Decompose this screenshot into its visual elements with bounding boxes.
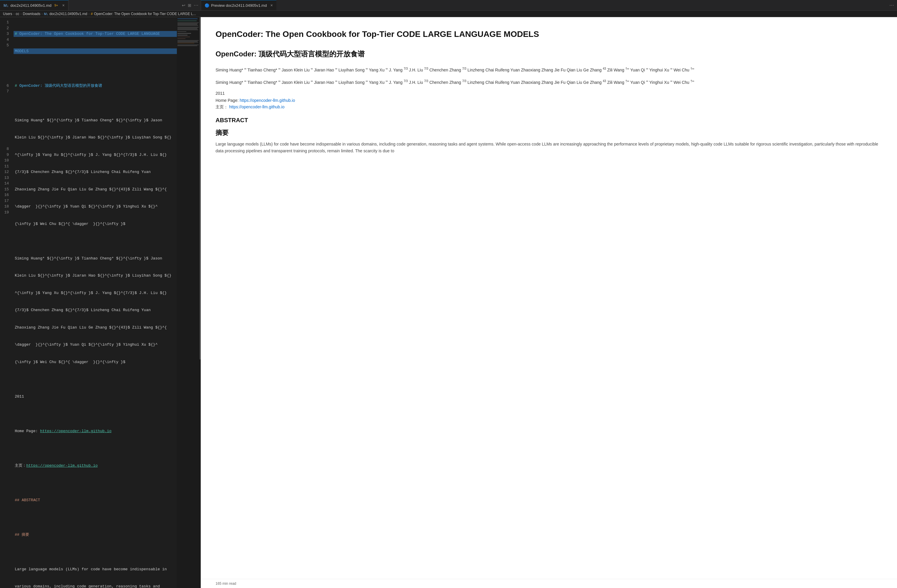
code-line-7e: Zhaoxiang Zhang Jie Fu Qian Liu Ge Zhang…	[15, 325, 177, 331]
code-line-5c: ^{\infty }$ Yang Xu ${}^{\infty }$ J. Ya…	[15, 152, 177, 158]
code-line-8	[15, 376, 177, 382]
breadcrumb-downloads: Downloads	[23, 12, 40, 16]
code-line-3: # OpenCoder: 顶级代码大型语言模型的开放食谱	[15, 83, 177, 89]
preview-abstract-body: Large language models (LLMs) for code ha…	[216, 141, 882, 155]
code-line-5f: \dagger }{}^{\infty }$ Yuan Qi ${}^{\inf…	[15, 204, 177, 209]
breadcrumb-filename: doc2x2411.04905v1.md	[49, 12, 87, 16]
code-line-1: # OpenCoder: The Open Cookbook for Top-T…	[14, 31, 177, 37]
code-line-19b: various domains, including code generati…	[15, 583, 177, 588]
preview-pane: OpenCoder: The Open Cookbook for Top-Tie…	[201, 17, 897, 588]
more-actions-icon[interactable]: ⋯	[194, 2, 198, 8]
code-line-7: Siming Huang* ${}^{\infty }$ Tianhao Che…	[15, 256, 177, 261]
preview-homepage-cn-link[interactable]: https://opencoder-llm.github.io	[229, 104, 285, 109]
breadcrumb-sep-4: ›	[89, 12, 90, 16]
preview-homepage-link[interactable]: https://opencoder-llm.github.io	[240, 98, 295, 103]
code-line-9: 2011	[15, 394, 177, 400]
read-time: 165 min read	[216, 582, 236, 586]
line-numbers: 1 2 3 4 5 6 7	[0, 17, 12, 588]
preview-authors-1: Siming Huang* ∞ Tianhao Cheng* ∞ Jason K…	[216, 66, 882, 74]
breadcrumb-cc: cc	[16, 12, 19, 16]
editor-code-area[interactable]: # OpenCoder: The Open Cookbook for Top-T…	[12, 17, 177, 588]
preview-homepage: Home Page: https://opencoder-llm.github.…	[216, 98, 882, 103]
code-line-7b: Klein Liu ${}^{\infty }$ Jiaran Hao ${}^…	[15, 273, 177, 279]
breadcrumb-file-icon: M↓	[44, 12, 48, 16]
preview-title-cn: OpenCoder: 顶级代码大型语言模型的开放食谱	[216, 49, 882, 59]
undo-icon[interactable]: ↩	[182, 3, 185, 8]
code-line-15: ## ABSTRACT	[15, 497, 177, 503]
preview-more-icon[interactable]: ⋯	[889, 2, 894, 8]
preview-year: 2011	[216, 91, 882, 96]
code-line-14	[15, 480, 177, 486]
preview-footer: 165 min read	[201, 579, 897, 588]
preview-title-en: OpenCoder: The Open Cookbook for Top-Tie…	[216, 29, 882, 40]
code-line-17: ## 摘要	[15, 532, 177, 538]
editor-pane: 1 2 3 4 5 6 7	[0, 17, 201, 588]
code-line-13: 主页：https://opencoder-llm.github.io	[15, 463, 177, 469]
minimap	[177, 17, 201, 588]
breadcrumb: Users › cc › Downloads › M↓ doc2x2411.04…	[0, 11, 897, 17]
editor-tab-modified: 9+	[54, 3, 58, 7]
breadcrumb-sep-3: ›	[41, 12, 43, 16]
code-line-1b: MODELS	[14, 49, 177, 54]
code-line-5b: Klein Liu ${}^{\infty }$ Jiaran Hao ${}^…	[15, 134, 177, 141]
preview-tab-label: Preview doc2x2411.04905v1.md	[211, 3, 267, 8]
preview-authors-2: Siming Huang* ∞ Tianhao Cheng* ∞ Jason K…	[216, 78, 882, 86]
editor-tab-label: doc2x2411.04905v1.md	[10, 3, 51, 8]
code-line-5g: {\infty }$ Wei Chu ${}^{ \dagger }{}^{\i…	[15, 221, 177, 227]
code-line-5d: {7/3}$ Chenchen Zhang ${}^{7/3}$ Linzhen…	[15, 169, 177, 175]
code-line-10	[15, 411, 177, 417]
preview-abstract-heading-en: ABSTRACT	[216, 117, 882, 124]
code-line-5: Siming Huang* ${}^{\infty }$ Tianhao Che…	[15, 118, 177, 124]
preview-homepage-cn: 主页： https://opencoder-llm.github.io	[216, 104, 882, 110]
code-line-5e: Zhaoxiang Zhang Jie Fu Qian Liu Ge Zhang…	[15, 186, 177, 192]
code-line-7c: ^{\infty }$ Yang Xu ${}^{\infty }$ J. Ya…	[15, 290, 177, 296]
md-file-icon: M↓	[3, 3, 9, 8]
editor-tab[interactable]: M↓ doc2x2411.04905v1.md 9+ ×	[0, 0, 69, 10]
code-line-7d: {7/3}$ Chenchen Zhang ${}^{7/3}$ Linzhen…	[15, 307, 177, 313]
breadcrumb-users: Users	[3, 12, 12, 16]
breadcrumb-hash-icon: #	[91, 12, 93, 16]
preview-tab-close[interactable]: ×	[271, 3, 273, 8]
breadcrumb-sep-2: ›	[20, 12, 21, 16]
preview-content[interactable]: OpenCoder: The Open Cookbook for Top-Tie…	[201, 17, 897, 579]
code-line-19: Large language models (LLMs) for code ha…	[15, 567, 177, 572]
code-line-7f: \dagger }{}^{\infty }$ Yuan Qi ${}^{\inf…	[15, 342, 177, 348]
code-line-7g: {\infty }$ Wei Chu ${}^{ \dagger }{}^{\i…	[15, 359, 177, 365]
split-editor-icon[interactable]: ⊞	[188, 3, 191, 8]
code-line-18	[15, 549, 177, 555]
code-line-11: Home Page: https://opencoder-llm.github.…	[15, 428, 177, 434]
preview-abstract-heading-cn: 摘要	[216, 128, 882, 137]
breadcrumb-sep-1: ›	[13, 12, 14, 16]
code-line-2	[15, 66, 177, 72]
editor-tab-close[interactable]: ×	[62, 3, 65, 8]
preview-icon: 🔵	[205, 3, 209, 8]
preview-tab[interactable]: 🔵 Preview doc2x2411.04905v1.md ×	[201, 0, 276, 10]
code-line-16	[15, 515, 177, 521]
code-line-4	[15, 100, 177, 106]
code-line-6	[15, 238, 177, 244]
breadcrumb-section: OpenCoder: The Open Cookbook for Top-Tie…	[94, 12, 196, 16]
code-line-12	[15, 446, 177, 451]
